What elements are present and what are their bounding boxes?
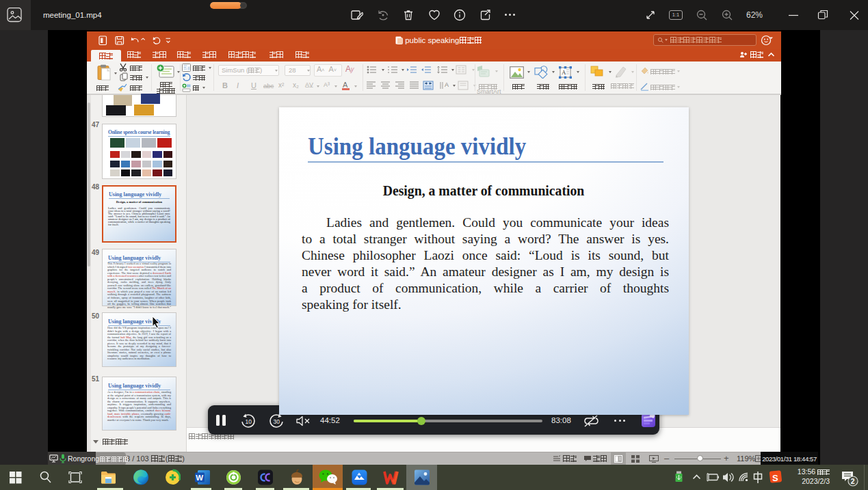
svg-text:2: 2: [851, 477, 855, 485]
svg-text:W: W: [196, 474, 203, 482]
svg-text:10: 10: [246, 418, 252, 425]
svg-text:A: A: [445, 81, 449, 88]
svg-text:A: A: [562, 69, 566, 76]
svg-text:30: 30: [274, 418, 280, 425]
svg-text:S: S: [772, 473, 778, 483]
